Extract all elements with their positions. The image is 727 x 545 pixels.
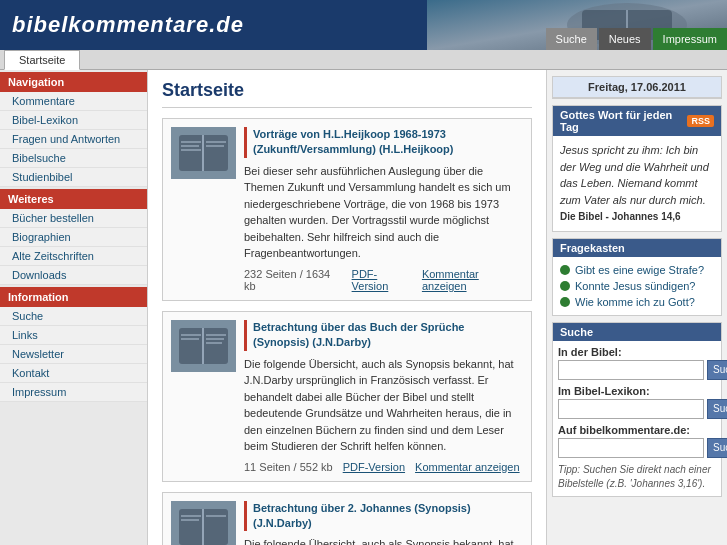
site-title: bibelkommentare.de [12,12,244,38]
frage-item-2[interactable]: Konnte Jesus sündigen? [560,278,714,294]
top-nav-suche[interactable]: Suche [546,28,597,50]
article-size-1: 232 Seiten / 1634 kb [244,268,342,292]
tab-startseite[interactable]: Startseite [4,50,80,70]
article-thumb-1 [171,127,236,179]
svg-rect-16 [181,338,199,340]
svg-rect-11 [206,145,224,147]
article-meta-1: 232 Seiten / 1634 kb PDF-Version Komment… [244,268,523,292]
sidebar-item-fragen-antworten[interactable]: Fragen und Antworten [0,130,147,149]
sidebar-item-impressum[interactable]: Impressum [0,383,147,402]
top-nav-neues[interactable]: Neues [599,28,651,50]
fragekasten-body: Gibt es eine ewige Strafe? Konnte Jesus … [553,257,721,315]
sidebar-item-newsletter[interactable]: Newsletter [0,345,147,364]
article-comment-link-2[interactable]: Kommentar anzeigen [415,461,520,473]
search-bibel-input[interactable] [558,360,704,380]
sidebar-item-alte-zeitschriften[interactable]: Alte Zeitschriften [0,247,147,266]
top-navigation: Suche Neues Impressum [546,0,727,50]
search-lexikon-label: Im Bibel-Lexikon: [558,385,716,397]
date-widget: Freitag, 17.06.2011 [552,76,722,99]
search-widget: Suche In der Bibel: Suchen Im Bibel-Lexi… [552,322,722,497]
article-pdf-link-1[interactable]: PDF-Version [352,268,412,292]
right-sidebar: Freitag, 17.06.2011 Gottes Wort für jede… [547,70,727,545]
fragekasten-widget: Fragekasten Gibt es eine ewige Strafe? K… [552,238,722,316]
green-dot-1 [560,265,570,275]
article-meta-2: 11 Seiten / 552 kb PDF-Version Kommentar… [244,461,523,473]
gottes-wort-reference: Die Bibel - Johannes 14,6 [560,211,681,222]
svg-rect-24 [181,519,199,521]
search-lexikon-button[interactable]: Suchen [707,399,727,419]
sidebar-item-bibel-lexikon[interactable]: Bibel-Lexikon [0,111,147,130]
gottes-wort-header: Gottes Wort für jeden Tag RSS [553,106,721,136]
search-site-button[interactable]: Suchen [707,438,727,458]
article-title-2[interactable]: Betrachtung über das Buch der Sprüche (S… [244,320,523,351]
gottes-wort-widget: Gottes Wort für jeden Tag RSS Jesus spri… [552,105,722,232]
article-title-3[interactable]: Betrachtung über 2. Johannes (Synopsis) … [244,501,523,532]
article-card-1: Vorträge von H.L.Heijkoop 1968-1973 (Zuk… [162,118,532,301]
article-desc-1: Bei dieser sehr ausführlichen Auslegung … [244,163,523,262]
article-thumb-2 [171,320,236,372]
article-desc-2: Die folgende Übersicht, auch als Synopsi… [244,356,523,455]
sidebar: Navigation Kommentare Bibel-Lexikon Frag… [0,70,148,545]
article-body-3: Betrachtung über 2. Johannes (Synopsis) … [244,501,523,545]
sidebar-item-bibelsuche[interactable]: Bibelsuche [0,149,147,168]
page-title: Startseite [162,80,532,108]
search-tip: Tipp: Suchen Sie direkt nach einer Bibel… [558,463,716,491]
search-widget-body: In der Bibel: Suchen Im Bibel-Lexikon: S… [553,341,721,496]
svg-rect-15 [181,334,201,336]
search-site-label: Auf bibelkommentare.de: [558,424,716,436]
svg-rect-18 [206,338,224,340]
svg-rect-23 [181,515,201,517]
sidebar-navigation-header: Navigation [0,72,147,92]
search-site-row: Suchen [558,438,716,458]
article-pdf-link-2[interactable]: PDF-Version [343,461,405,473]
svg-rect-17 [206,334,226,336]
svg-rect-19 [206,342,222,344]
sidebar-item-buecher[interactable]: Bücher bestellen [0,209,147,228]
article-title-1[interactable]: Vorträge von H.L.Heijkoop 1968-1973 (Zuk… [244,127,523,158]
article-size-2: 11 Seiten / 552 kb [244,461,333,473]
frage-item-3[interactable]: Wie komme ich zu Gott? [560,294,714,310]
article-body-1: Vorträge von H.L.Heijkoop 1968-1973 (Zuk… [244,127,523,292]
article-comment-link-1[interactable]: Kommentar anzeigen [422,268,523,292]
sidebar-item-studienbibel[interactable]: Studienbibel [0,168,147,187]
sidebar-item-downloads[interactable]: Downloads [0,266,147,285]
frage-item-1[interactable]: Gibt es eine ewige Strafe? [560,262,714,278]
article-card-2: Betrachtung über das Buch der Sprüche (S… [162,311,532,482]
article-desc-3: Die folgende Übersicht, auch als Synopsi… [244,536,523,545]
gottes-wort-text: Jesus spricht zu ihm: Ich bin der Weg un… [553,136,721,231]
svg-rect-7 [181,141,201,143]
search-lexikon-row: Suchen [558,399,716,419]
sidebar-item-links[interactable]: Links [0,326,147,345]
article-body-2: Betrachtung über das Buch der Sprüche (S… [244,320,523,473]
sidebar-item-kommentare[interactable]: Kommentare [0,92,147,111]
date-display: Freitag, 17.06.2011 [553,77,721,98]
green-dot-3 [560,297,570,307]
svg-rect-10 [206,141,226,143]
sidebar-item-suche[interactable]: Suche [0,307,147,326]
search-lexikon-input[interactable] [558,399,704,419]
tab-bar: Startseite [0,50,727,70]
svg-rect-8 [181,145,199,147]
article-card-3: Betrachtung über 2. Johannes (Synopsis) … [162,492,532,545]
search-bibel-row: Suchen [558,360,716,380]
green-dot-2 [560,281,570,291]
sidebar-item-kontakt[interactable]: Kontakt [0,364,147,383]
sidebar-item-biographien[interactable]: Biographien [0,228,147,247]
search-widget-header: Suche [553,323,721,341]
main-content: Startseite Vorträge von H.L.Heijkoop 196… [148,70,547,545]
search-bibel-label: In der Bibel: [558,346,716,358]
site-header: bibelkommentare.de Suche Neues [0,0,727,70]
search-bibel-button[interactable]: Suchen [707,360,727,380]
fragekasten-header: Fragekasten [553,239,721,257]
article-thumb-3 [171,501,236,545]
sidebar-weiteres-header: Weiteres [0,189,147,209]
svg-rect-25 [206,515,226,517]
rss-icon[interactable]: RSS [687,115,714,127]
sidebar-information-header: Information [0,287,147,307]
svg-rect-9 [181,149,201,151]
top-nav-impressum[interactable]: Impressum [653,28,727,50]
search-site-input[interactable] [558,438,704,458]
